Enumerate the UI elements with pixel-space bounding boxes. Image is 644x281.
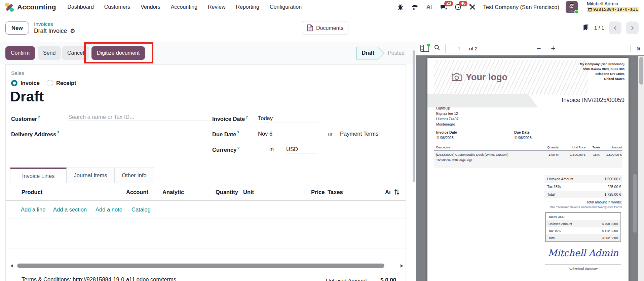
customer-label: Customer? bbox=[11, 115, 40, 122]
menu-dashboard[interactable]: Dashboard bbox=[68, 4, 94, 10]
voip-phone-icon[interactable] bbox=[411, 3, 419, 11]
tools-icon[interactable] bbox=[468, 3, 477, 11]
col-amount-clipped: Aı bbox=[385, 189, 391, 195]
catalog-link[interactable]: Catalog bbox=[131, 206, 151, 213]
digitize-document-button[interactable]: Digitize document bbox=[91, 46, 145, 60]
page-number-input[interactable] bbox=[445, 44, 464, 53]
menu-review[interactable]: Review bbox=[208, 4, 225, 10]
bug-icon[interactable] bbox=[396, 3, 404, 11]
horizontal-scrollbar[interactable] bbox=[17, 264, 384, 268]
systray: AI 23 46 Test Company (San Francisco) Mi… bbox=[396, 1, 639, 13]
pdf-scrollbar-thumb[interactable] bbox=[633, 174, 637, 233]
window-scrollbar[interactable] bbox=[638, 56, 644, 281]
invoice-form-sheet: Sales Invoice Receipt Draft Customer? De… bbox=[5, 64, 406, 281]
radio-invoice[interactable] bbox=[11, 80, 17, 86]
radio-receipt-label: Receipt bbox=[56, 80, 76, 86]
sidebar-toggle-icon[interactable] bbox=[420, 45, 429, 52]
activities-badge: 46 bbox=[459, 1, 467, 6]
hscroll-right-arrow[interactable] bbox=[401, 264, 403, 268]
terms-and-conditions[interactable]: Terms & Conditions: http://92815884-19-0… bbox=[22, 276, 176, 281]
help-mark: ? bbox=[245, 115, 248, 119]
confirm-button[interactable]: Confirm bbox=[5, 46, 35, 60]
avatar[interactable] bbox=[566, 1, 578, 13]
state-posted[interactable]: Posted bbox=[388, 50, 405, 56]
currency-in-label: in bbox=[269, 146, 274, 152]
divider bbox=[630, 45, 631, 52]
add-note-link[interactable]: Add a note bbox=[96, 206, 122, 213]
in-words-text: One Thousand Seven Hundred And Twenty-Fi… bbox=[550, 205, 622, 209]
col-taxes: Taxes bbox=[328, 189, 343, 195]
new-button[interactable]: New bbox=[5, 21, 29, 35]
doc-invoice-date: 11/06/2025 bbox=[436, 136, 454, 140]
app-title[interactable]: Accounting bbox=[17, 3, 56, 11]
add-line-link[interactable]: Add a line bbox=[21, 206, 45, 213]
col-unit: Unit bbox=[243, 189, 254, 195]
currency-field[interactable]: USD bbox=[286, 146, 316, 154]
tab-other-info[interactable]: Other Info bbox=[114, 168, 154, 183]
menu-configuration[interactable]: Configuration bbox=[270, 4, 302, 10]
due-date-field[interactable]: Nov 6 bbox=[258, 131, 318, 138]
doc-col-taxes: Taxes bbox=[592, 146, 600, 149]
menu-reporting[interactable]: Reporting bbox=[236, 4, 259, 10]
logo-placeholder: Your logo bbox=[434, 60, 588, 95]
row-divider bbox=[6, 219, 406, 219]
menu-customers[interactable]: Customers bbox=[104, 4, 130, 10]
doc-total-row: Total1,725.00 € bbox=[544, 191, 622, 198]
divider bbox=[546, 45, 546, 52]
add-section-link[interactable]: Add a section bbox=[53, 206, 87, 213]
payment-terms-field[interactable]: Payment Terms bbox=[340, 131, 384, 138]
currency-label: Currency? bbox=[212, 146, 239, 153]
menu-accounting[interactable]: Accounting bbox=[171, 4, 197, 10]
menu-vendors[interactable]: Vendors bbox=[141, 4, 160, 10]
search-icon[interactable] bbox=[434, 45, 440, 52]
window-scrollbar-thumb[interactable] bbox=[639, 57, 643, 85]
form-vertical-scrollbar[interactable] bbox=[413, 50, 415, 182]
accounting-app-icon[interactable] bbox=[5, 3, 14, 12]
gear-icon[interactable]: ⚙ bbox=[70, 28, 75, 35]
pager-count: 1 / 1 bbox=[594, 25, 604, 31]
top-navbar: Accounting Dashboard Customers Vendors A… bbox=[0, 0, 644, 14]
breadcrumb-current: Draft Invoice bbox=[34, 28, 67, 35]
state-widget: Draft Posted bbox=[356, 47, 405, 59]
breadcrumb-invoices-link[interactable]: Invoices bbox=[34, 21, 75, 27]
send-button[interactable]: Send bbox=[38, 46, 61, 60]
or-label: or bbox=[328, 131, 333, 137]
expand-controls: » bbox=[628, 42, 644, 55]
state-draft[interactable]: Draft bbox=[356, 47, 378, 59]
ai-icon[interactable]: AI bbox=[425, 3, 433, 11]
page-count: of 2 bbox=[469, 46, 478, 51]
zoom-out-button[interactable]: − bbox=[534, 44, 544, 53]
company-switcher[interactable]: Test Company (San Francisco) bbox=[483, 4, 559, 10]
signature-text: Mitchell Admin bbox=[545, 248, 621, 258]
hscroll-left-arrow[interactable] bbox=[10, 264, 13, 268]
database-icon bbox=[588, 8, 592, 12]
documents-button[interactable]: Documents bbox=[302, 21, 348, 35]
online-status-dot bbox=[574, 10, 579, 14]
doc-col-quantity: Quantity bbox=[547, 146, 559, 149]
bookmark-icon[interactable] bbox=[583, 24, 590, 32]
database-indicator: 92815884-19-0-a11 bbox=[587, 7, 639, 12]
cancel-button[interactable]: Cancel bbox=[62, 46, 89, 60]
collapse-panel-icon[interactable]: » bbox=[633, 44, 644, 53]
authorized-signatory-label: Authorized signatory bbox=[545, 267, 621, 270]
customer-street: Eignaa tee 12 bbox=[436, 111, 458, 115]
activities-clock-icon[interactable]: 46 bbox=[454, 3, 462, 11]
invoice-date-field[interactable]: Today bbox=[258, 115, 318, 123]
table-header-divider bbox=[6, 200, 406, 201]
customer-input[interactable] bbox=[68, 114, 213, 121]
col-price: Price bbox=[311, 189, 325, 195]
optional-columns-icon[interactable] bbox=[394, 189, 400, 196]
signature-line bbox=[545, 265, 621, 265]
pager-previous-button[interactable] bbox=[609, 21, 621, 34]
radio-receipt[interactable] bbox=[47, 80, 53, 86]
user-menu[interactable]: Mitchell Admin 92815884-19-0-a11 bbox=[587, 1, 639, 13]
tab-journal-items[interactable]: Journal Items bbox=[67, 168, 114, 183]
messages-icon[interactable]: 23 bbox=[440, 3, 448, 11]
doc-tax-row: Tax 15%225.00 € bbox=[544, 183, 622, 190]
tab-invoice-lines[interactable]: Invoice Lines bbox=[10, 168, 67, 183]
doc-col-description: Description bbox=[436, 146, 451, 149]
documents-label: Documents bbox=[316, 25, 343, 31]
help-mark: ? bbox=[57, 131, 59, 135]
zoom-in-button[interactable]: + bbox=[548, 44, 558, 53]
pager-next-button[interactable] bbox=[626, 21, 639, 34]
